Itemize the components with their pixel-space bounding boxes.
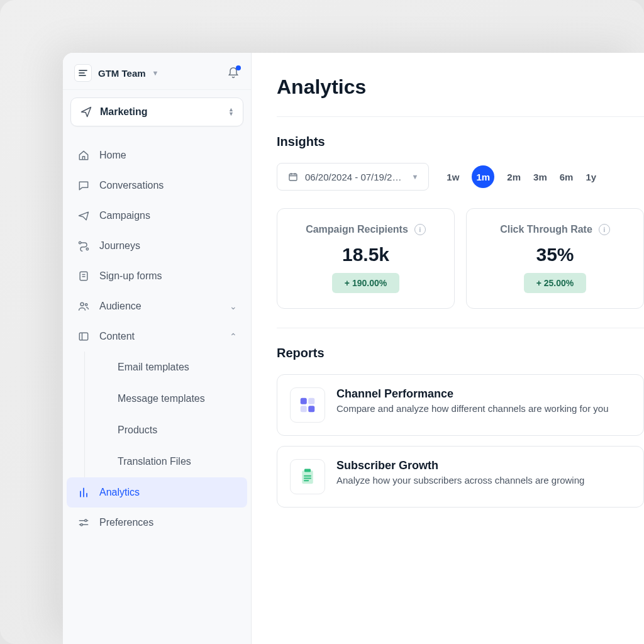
nav-label: Preferences [99,517,153,528]
caret-down-icon: ▼ [152,69,159,77]
sidebar-item-audience[interactable]: Audience ⌄ [67,291,247,321]
range-1w[interactable]: 1w [447,172,459,182]
nav-label: Analytics [99,487,140,498]
svg-point-7 [80,524,82,526]
notifications-button[interactable] [227,67,240,79]
sidebar-subitem-translation-files[interactable]: Translation Files [110,446,247,477]
info-icon[interactable]: i [599,224,610,235]
divider [277,328,644,328]
insights-controls: 06/20/2024 - 07/19/2… ▼ 1w 1m 2m 3m 6m 1… [277,163,644,191]
sidebar: GTM Team ▼ Marketing ▲▼ Home Conversatio… [63,53,252,644]
team-name: GTM Team [98,68,146,79]
home-icon [77,149,91,162]
send-icon [77,209,91,222]
sidebar-item-signup-forms[interactable]: Sign-up forms [67,261,247,291]
report-desc: Compare and analyze how different channe… [336,403,631,414]
content-icon [77,330,91,343]
date-range-text: 06/20/2024 - 07/19/2… [305,172,401,182]
svg-rect-10 [308,398,314,404]
workspace-selector[interactable]: Marketing ▲▼ [70,97,243,126]
sidebar-item-home[interactable]: Home [67,140,247,170]
paper-plane-icon [80,106,92,118]
caret-down-icon: ▼ [411,173,418,180]
card-title: Click Through Rate [500,224,592,235]
info-icon[interactable]: i [414,224,426,235]
notification-dot [236,65,241,70]
insights-heading: Insights [277,135,644,149]
sidebar-item-journeys[interactable]: Journeys [67,231,247,261]
sidebar-item-preferences[interactable]: Preferences [67,508,247,538]
nav-label: Home [99,150,126,161]
sidebar-subitem-products[interactable]: Products [110,414,247,446]
svg-point-6 [85,519,87,521]
clipboard-icon [290,459,325,494]
range-1m[interactable]: 1m [472,165,494,188]
chevron-up-icon: ⌃ [230,331,237,341]
sidebar-item-analytics[interactable]: Analytics [67,477,247,508]
chevron-down-icon: ⌄ [230,301,237,311]
divider [277,116,644,117]
report-channel-performance[interactable]: Channel Performance Compare and analyze … [277,374,644,436]
form-icon [77,270,91,282]
nav-label: Content [99,331,135,342]
main-content: Analytics Insights 06/20/2024 - 07/19/2…… [252,53,644,644]
card-delta: + 190.00% [332,273,399,293]
card-campaign-recipients[interactable]: Campaign Recipients i 18.5k + 190.00% [277,208,455,309]
sidebar-item-conversations[interactable]: Conversations [67,170,247,201]
svg-rect-14 [304,469,311,472]
svg-rect-13 [302,470,313,484]
range-1y[interactable]: 1y [586,172,596,182]
svg-point-3 [80,303,84,306]
chart-icon [77,486,91,499]
sidebar-subitem-message-templates[interactable]: Message templates [110,383,247,414]
card-click-through-rate[interactable]: Click Through Rate i 35% + 25.00% [466,208,644,309]
nav-label: Sign-up forms [99,270,162,282]
grid-icon [290,387,325,423]
range-3m[interactable]: 3m [533,172,547,182]
card-delta: + 25.00% [524,273,587,293]
sidebar-header: GTM Team ▼ [63,53,251,90]
svg-point-1 [86,248,88,250]
report-subscriber-growth[interactable]: Subscriber Growth Analyze how your subsc… [277,446,644,508]
nav-list: Home Conversations Campaigns Journeys Si… [63,134,251,644]
nav-label: Campaigns [99,210,150,221]
brand-logo-icon [74,64,92,82]
svg-point-0 [79,242,81,243]
nav-label: Journeys [99,240,140,252]
card-value: 18.5k [290,244,441,265]
chat-icon [77,179,91,192]
card-title: Campaign Recipients [306,224,408,235]
report-title: Channel Performance [336,387,631,401]
range-6m[interactable]: 6m [560,172,574,182]
sidebar-item-campaigns[interactable]: Campaigns [67,201,247,231]
svg-rect-12 [308,406,314,412]
users-icon [77,300,91,313]
svg-rect-9 [301,398,307,404]
sidebar-item-content[interactable]: Content ⌃ [67,321,247,352]
reports-heading: Reports [277,346,644,360]
journey-icon [77,240,91,252]
sliders-icon [77,516,91,529]
svg-point-4 [86,304,87,306]
card-value: 35% [479,244,631,265]
calendar-icon [287,171,299,182]
page-title: Analytics [277,75,644,99]
range-selector: 1w 1m 2m 3m 6m 1y [447,165,596,188]
date-range-picker[interactable]: 06/20/2024 - 07/19/2… ▼ [277,163,429,191]
svg-rect-11 [301,406,307,412]
nav-label: Conversations [99,180,164,191]
workspace-label: Marketing [100,106,148,118]
svg-rect-2 [80,272,87,280]
chevron-up-down-icon: ▲▼ [228,108,234,116]
sidebar-subitem-email-templates[interactable]: Email templates [110,352,247,383]
report-desc: Analyze how your subscribers across chan… [336,475,631,486]
insight-cards: Campaign Recipients i 18.5k + 190.00% Cl… [277,208,644,309]
range-2m[interactable]: 2m [507,172,521,182]
team-switcher[interactable]: GTM Team ▼ [74,64,158,82]
content-submenu: Email templates Message templates Produc… [84,352,247,477]
svg-rect-5 [79,333,87,340]
report-title: Subscriber Growth [336,459,631,472]
nav-label: Audience [99,301,142,312]
app-window: GTM Team ▼ Marketing ▲▼ Home Conversatio… [63,53,644,644]
svg-rect-8 [289,174,297,181]
